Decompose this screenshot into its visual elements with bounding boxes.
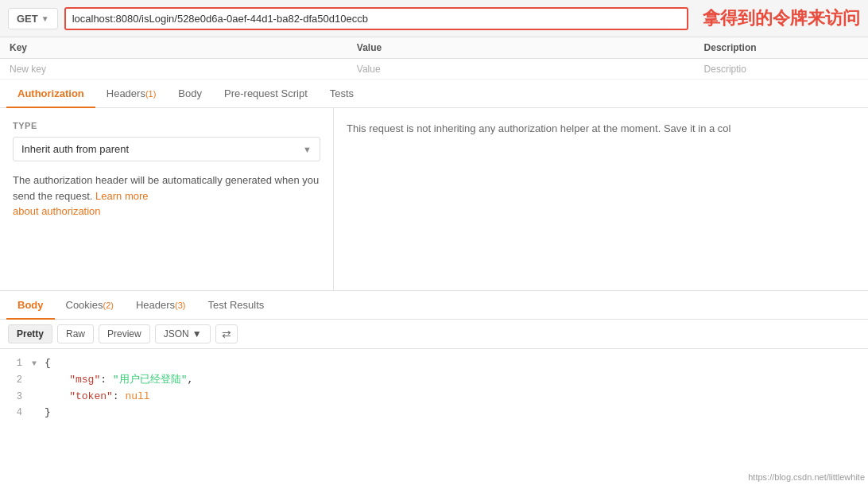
auth-type-chevron: ▼ xyxy=(303,145,312,154)
response-tab-body[interactable]: Body xyxy=(6,291,55,319)
code-token-line: "token": null xyxy=(45,389,868,405)
auth-type-value: Inherit auth from parent xyxy=(21,143,129,155)
about-authorization-link[interactable]: about authorization xyxy=(13,205,101,217)
code-line-3: 3 "token": null xyxy=(0,389,868,405)
response-tab-cookies[interactable]: Cookies(2) xyxy=(55,291,125,319)
format-dropdown[interactable]: JSON ▼ xyxy=(155,324,211,343)
url-bar: GET ▼ 拿得到的令牌来访问 xyxy=(0,0,868,37)
url-input-wrapper xyxy=(64,7,688,30)
response-toolbar: Pretty Raw Preview JSON ▼ ⇄ xyxy=(0,320,868,349)
tab-tests[interactable]: Tests xyxy=(319,80,365,107)
code-line-4: 4 } xyxy=(0,405,868,421)
response-tab-bar: Body Cookies(2) Headers(3) Test Results xyxy=(0,291,868,320)
code-msg-line: "msg": "用户已经登陆", xyxy=(45,372,868,389)
method-selector[interactable]: GET ▼ xyxy=(8,8,58,29)
raw-button[interactable]: Raw xyxy=(57,324,94,343)
tab-prerequest-script[interactable]: Pre-request Script xyxy=(213,80,319,107)
auth-description: The authorization header will be automat… xyxy=(13,173,320,219)
col-header-key: Key xyxy=(0,37,347,59)
learn-more-link[interactable]: Learn more xyxy=(95,190,148,202)
auth-left: TYPE Inherit auth from parent ▼ The auth… xyxy=(0,108,334,290)
wrap-icon[interactable]: ⇄ xyxy=(215,324,238,343)
response-tab-headers[interactable]: Headers(3) xyxy=(125,291,197,319)
url-input[interactable] xyxy=(66,9,687,29)
code-brace-open: { xyxy=(45,355,868,372)
col-header-description: Description xyxy=(695,37,868,59)
format-chevron: ▼ xyxy=(192,328,202,340)
line-num-4: 4 xyxy=(0,405,32,421)
code-brace-close: } xyxy=(45,405,868,421)
pretty-button[interactable]: Pretty xyxy=(8,324,52,343)
preview-button[interactable]: Preview xyxy=(99,324,150,343)
code-line-2: 2 "msg": "用户已经登陆", xyxy=(0,372,868,389)
params-table: Key Value Description New key Value Desc… xyxy=(0,37,868,80)
table-row-new: New key Value Descriptio xyxy=(0,59,868,80)
value-placeholder: Value xyxy=(357,64,381,75)
request-tab-bar: Authorization Headers(1) Body Pre-reques… xyxy=(0,80,868,108)
description-placeholder: Descriptio xyxy=(704,64,746,75)
tab-authorization[interactable]: Authorization xyxy=(6,80,95,107)
method-chevron: ▼ xyxy=(41,14,49,23)
auth-panel: TYPE Inherit auth from parent ▼ The auth… xyxy=(0,108,868,291)
line-num-2: 2 xyxy=(0,373,32,388)
col-header-value: Value xyxy=(347,37,695,59)
tab-body[interactable]: Body xyxy=(167,80,213,107)
auth-right-text: This request is not inheriting any autho… xyxy=(347,121,730,137)
auth-desc-text: The authorization header will be automat… xyxy=(13,174,319,202)
auth-right: This request is not inheriting any autho… xyxy=(334,108,868,290)
auth-type-dropdown[interactable]: Inherit auth from parent ▼ xyxy=(13,137,320,161)
line-num-3: 3 xyxy=(0,390,32,405)
code-line-1: 1 ▼ { xyxy=(0,355,868,372)
tab-headers[interactable]: Headers(1) xyxy=(95,80,168,107)
line-arrow-1: ▼ xyxy=(32,358,45,371)
auth-type-label: TYPE xyxy=(13,121,320,130)
response-tab-test-results[interactable]: Test Results xyxy=(197,291,276,319)
method-label: GET xyxy=(17,13,38,25)
line-num-1: 1 xyxy=(0,356,32,371)
code-area: 1 ▼ { 2 "msg": "用户已经登陆", 3 "token": null… xyxy=(0,349,868,428)
new-key-placeholder: New key xyxy=(10,64,46,75)
annotation-text: 拿得到的令牌来访问 xyxy=(703,6,860,30)
format-label: JSON xyxy=(164,328,189,340)
